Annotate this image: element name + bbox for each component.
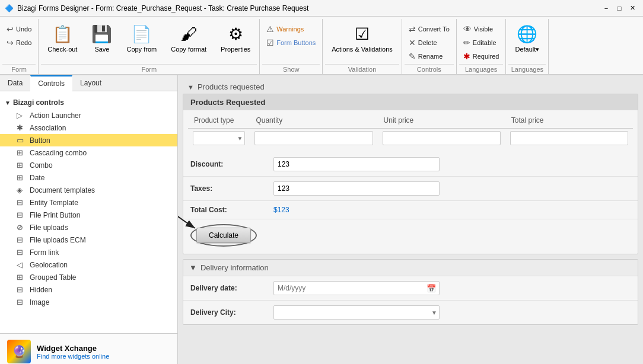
sidebar-item-file-uploads-ecm[interactable]: ⊟ File uploads ECM xyxy=(0,234,177,246)
sidebar-item-image[interactable]: ⊟ Image xyxy=(0,296,177,308)
ribbon-lang-label: Languages xyxy=(459,64,504,74)
sidebar: Data Controls Layout ▼ Bizagi controls ▷… xyxy=(0,75,178,364)
total-cost-label: Total Cost: xyxy=(190,206,273,214)
redo-button[interactable]: ↪ Redo xyxy=(2,36,36,49)
sidebar-item-file-print-button[interactable]: ⊟ File Print Button xyxy=(0,209,177,221)
file-print-icon: ⊟ xyxy=(17,210,26,219)
delete-icon: ✕ xyxy=(409,38,416,47)
checkout-button[interactable]: 📋 Check-out xyxy=(41,21,84,55)
sidebar-item-combo[interactable]: ⊞ Combo xyxy=(0,159,177,171)
taxes-input[interactable] xyxy=(273,181,440,196)
save-button[interactable]: 💾 Save xyxy=(85,21,119,55)
warnings-button[interactable]: ⚠ Warnings xyxy=(262,23,320,36)
tab-data[interactable]: Data xyxy=(0,75,30,91)
actions-validations-button[interactable]: ☑ Actions & Validations xyxy=(325,21,399,55)
properties-button[interactable]: ⚙ Properties xyxy=(214,21,257,55)
tree-root[interactable]: ▼ Bizagi controls xyxy=(0,96,177,109)
editable-icon: ✏ xyxy=(463,38,470,47)
delivery-date-input[interactable] xyxy=(273,281,440,295)
product-type-select[interactable] xyxy=(193,131,245,145)
tab-controls[interactable]: Controls xyxy=(30,75,72,91)
form-link-icon: ⊟ xyxy=(17,248,26,257)
sidebar-item-form-link[interactable]: ⊟ Form link xyxy=(0,246,177,258)
calculate-button-outer: Calculate xyxy=(190,224,257,247)
file-uploads-ecm-icon: ⊟ xyxy=(17,235,26,244)
maximize-button[interactable]: □ xyxy=(613,2,625,14)
widget-xchange-text: Widget Xchange Find more widgets online xyxy=(37,344,109,360)
sidebar-item-hidden[interactable]: ⊟ Hidden xyxy=(0,283,177,296)
ribbon-form-label: Form xyxy=(41,64,257,74)
rename-button[interactable]: ✎ Rename xyxy=(405,50,454,63)
unit-price-input[interactable] xyxy=(383,131,501,145)
total-price-cell xyxy=(505,129,633,148)
geolocation-icon: ◁ xyxy=(17,260,26,269)
product-type-select-wrapper: ▼ xyxy=(193,131,245,145)
editable-button[interactable]: ✏ Editable xyxy=(459,36,504,49)
taxes-label: Taxes: xyxy=(190,184,273,193)
rename-icon: ✎ xyxy=(409,52,416,61)
default-button[interactable]: 🌐 Default▾ xyxy=(508,21,546,55)
col-product-type: Product type xyxy=(188,113,250,129)
discount-input[interactable] xyxy=(273,157,440,171)
sidebar-item-association[interactable]: ✱ Association xyxy=(0,122,177,134)
save-icon: 💾 xyxy=(91,24,112,44)
ribbon-undoredo-section: ↩ Undo ↪ Redo Form xyxy=(0,19,39,74)
actions-icon: ☑ xyxy=(355,24,370,44)
ribbon-properties-section: 👁 Visible ✏ Editable ✱ Required Language… xyxy=(457,19,507,74)
discount-row: Discount: xyxy=(183,152,638,177)
required-button[interactable]: ✱ Required xyxy=(459,50,504,63)
sidebar-item-document-templates[interactable]: ◈ Document templates xyxy=(0,184,177,196)
properties-icon: ⚙ xyxy=(228,24,243,44)
delivery-city-row: Delivery City: ▼ xyxy=(183,301,638,324)
button-icon: ▭ xyxy=(17,136,26,145)
convert-to-button[interactable]: ⇄ Convert To xyxy=(405,23,454,36)
delivery-city-select[interactable] xyxy=(273,305,440,320)
copy-from-button[interactable]: 📄 Copy from xyxy=(120,21,163,55)
delivery-collapse-icon: ▼ xyxy=(189,263,197,272)
cascading-combo-icon: ⊞ xyxy=(17,148,26,157)
sidebar-item-date[interactable]: ⊞ Date xyxy=(0,171,177,184)
sidebar-item-cascading-combo[interactable]: ⊞ Cascading combo xyxy=(0,146,177,159)
quantity-input[interactable] xyxy=(254,131,373,145)
total-cost-row: Total Cost: $123 xyxy=(183,201,638,219)
title-bar: 🔷 Bizagi Forms Designer - Form: Create_P… xyxy=(0,0,643,17)
warning-icon: ⚠ xyxy=(266,24,274,34)
ribbon-controls-section: ⇄ Convert To ✕ Delete ✎ Rename Controls xyxy=(402,19,457,74)
products-table: Product type Quantity Unit price Total p… xyxy=(188,113,633,148)
sidebar-item-grouped-table[interactable]: ⊞ Grouped Table xyxy=(0,271,177,283)
ribbon-validation-label: Validation xyxy=(325,64,399,74)
copy-format-button[interactable]: 🖌 Copy format xyxy=(164,21,213,55)
minimize-button[interactable]: − xyxy=(600,2,612,14)
sidebar-item-button[interactable]: ▭ Button xyxy=(0,134,177,146)
widget-xchange[interactable]: 🔮 Widget Xchange Find more widgets onlin… xyxy=(0,333,177,364)
grouped-table-icon: ⊞ xyxy=(17,273,26,282)
undo-icon: ↩ xyxy=(7,24,14,34)
calculate-button[interactable]: Calculate xyxy=(196,228,251,243)
form-buttons-button[interactable]: ☑ Form Buttons xyxy=(262,36,320,49)
date-icon: ⊞ xyxy=(17,173,26,182)
undo-button[interactable]: ↩ Undo xyxy=(2,23,36,36)
visible-button[interactable]: 👁 Visible xyxy=(459,23,504,36)
form-buttons-icon: ☑ xyxy=(266,38,274,47)
delivery-date-row: Delivery date: 📅 xyxy=(183,276,638,301)
copy-from-icon: 📄 xyxy=(131,24,152,44)
delete-button[interactable]: ✕ Delete xyxy=(405,36,454,49)
ribbon: ↩ Undo ↪ Redo Form 📋 Check-out 💾 Save xyxy=(0,17,643,75)
products-form-section: Products Requested Product type Quantity… xyxy=(183,94,638,254)
tree-collapse-icon: ▼ xyxy=(5,100,11,106)
total-price-input[interactable] xyxy=(510,131,628,145)
sidebar-item-action-launcher[interactable]: ▷ Action Launcher xyxy=(0,109,177,122)
association-icon: ✱ xyxy=(17,123,26,132)
delivery-city-label: Delivery City: xyxy=(190,308,273,317)
sidebar-item-geolocation[interactable]: ◁ Geolocation xyxy=(0,258,177,271)
product-type-cell: ▼ xyxy=(188,129,250,148)
sidebar-item-entity-template[interactable]: ⊟ Entity Template xyxy=(0,196,177,209)
delivery-city-value: ▼ xyxy=(273,305,631,320)
sidebar-item-file-uploads[interactable]: ⊘ File uploads xyxy=(0,221,177,234)
close-button[interactable]: ✕ xyxy=(626,2,638,14)
tab-layout[interactable]: Layout xyxy=(72,75,109,91)
required-icon: ✱ xyxy=(463,52,470,61)
discount-label: Discount: xyxy=(190,160,273,168)
discount-value-wrapper xyxy=(273,157,631,171)
ribbon-validation-section: ☑ Actions & Validations Validation xyxy=(323,19,402,74)
